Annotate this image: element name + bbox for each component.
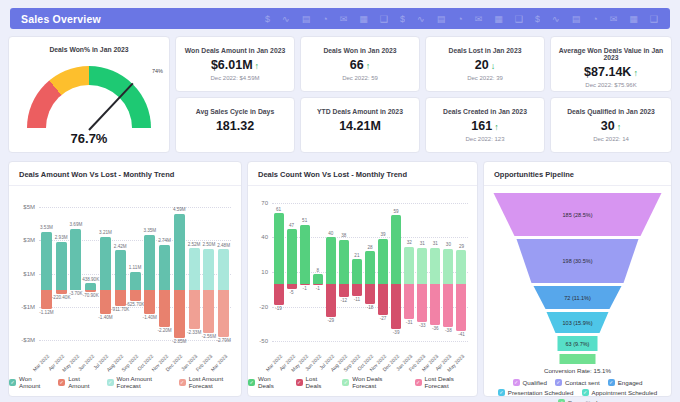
lost-bar[interactable] [144, 290, 155, 313]
kpi-card[interactable]: Deals Lost in Jan 202320↓Dec 2022: 39 [425, 36, 545, 92]
lost-bar[interactable] [159, 290, 170, 327]
trend-up-icon: ↑ [494, 122, 499, 132]
y-tick-label: $3M [12, 237, 35, 243]
funnel-stage-label: 198 (30.5%) [493, 239, 663, 283]
legend-label: Appointment Scheduled [592, 389, 658, 396]
funnel-stage[interactable]: 185 (28.5%) [493, 193, 663, 236]
lost-bar[interactable] [130, 290, 141, 300]
kpi-card[interactable]: Deals Created in Jan 2023161↑Dec 2022: 1… [425, 97, 545, 153]
lost-bar[interactable] [203, 290, 214, 333]
lost-bar[interactable] [85, 290, 96, 291]
funnel-stage[interactable]: 198 (30.5%) [493, 239, 663, 283]
bar-value-label: -1.40M [90, 315, 120, 320]
lost-bar[interactable] [189, 290, 200, 329]
won-bar[interactable] [300, 225, 310, 284]
won-bar[interactable] [56, 242, 67, 291]
kpi-value: 161↑ [426, 119, 544, 133]
kpi-card[interactable]: Deals Qualified in Jan 202330↑Dec 2022: … [550, 97, 672, 153]
won-bar[interactable] [404, 247, 414, 284]
bar-chart-icon: ▦ [629, 14, 638, 24]
legend-swatch-icon: ✓ [555, 379, 562, 386]
bar-value-label: 3.21M [90, 230, 120, 235]
legend-label: Contact sent [565, 379, 600, 386]
won-bar[interactable] [85, 283, 96, 290]
won-bar[interactable] [456, 250, 466, 283]
chat-icon: ❑ [380, 14, 388, 24]
bar-value-label: 38 [329, 233, 359, 238]
won-bar[interactable] [391, 215, 401, 283]
legend-item[interactable]: ✓Appointment Scheduled [582, 389, 658, 396]
deals-count-plot: 704010-20-506147518403821283959-19-5-1-1… [272, 197, 468, 347]
funnel-stage[interactable] [493, 354, 663, 364]
bar-value-label: -5 [277, 290, 307, 295]
won-bar[interactable] [130, 272, 141, 291]
kpi-previous-value: Dec 2022: 123 [426, 136, 544, 142]
bar-value-label: 51 [290, 218, 320, 223]
won-bar[interactable] [339, 240, 349, 284]
won-bar[interactable] [352, 259, 362, 283]
bar-chart-icon: ▦ [494, 14, 503, 24]
chart-title: Deals Amount Won Vs Lost - Monthly Trend [9, 162, 241, 186]
lost-bar[interactable] [378, 284, 388, 315]
legend-item[interactable]: ✓Qualified [513, 379, 547, 386]
legend-swatch-icon: ✓ [513, 379, 520, 386]
lost-bar[interactable] [404, 284, 414, 320]
funnel-stage[interactable]: 72 (11.1%) [493, 286, 663, 309]
won-bar[interactable] [174, 214, 185, 291]
gridline [272, 341, 468, 342]
lost-bar[interactable] [218, 290, 229, 337]
clock-icon: ◔ [457, 14, 462, 24]
lost-bar[interactable] [339, 284, 349, 298]
bar-value-label: 61 [264, 207, 294, 212]
bar-value-label: 3.35M [135, 228, 165, 233]
won-bar[interactable] [159, 245, 170, 291]
bar-value-label: -2.85M [164, 339, 194, 344]
chat-icon: ❑ [650, 14, 658, 24]
lost-bar[interactable] [300, 284, 310, 285]
legend-item[interactable]: ✓Engaged [608, 379, 643, 386]
kpi-card[interactable]: Deals Won in Jan 202366↑Dec 2022: 59 [300, 36, 420, 92]
lost-bar[interactable] [313, 284, 323, 285]
x-axis-labels: Mar 2022Apr 2022May 2022Jun 2022Jul 2022… [39, 349, 231, 374]
kpi-value: 66↑ [301, 58, 419, 72]
won-bar[interactable] [365, 251, 375, 283]
lost-bar[interactable] [417, 284, 427, 322]
lost-bar[interactable] [352, 284, 362, 297]
lost-bar[interactable] [430, 284, 440, 326]
won-bar[interactable] [430, 248, 440, 284]
won-bar[interactable] [378, 239, 388, 284]
lost-bar[interactable] [456, 284, 466, 331]
won-bar[interactable] [287, 229, 297, 283]
opportunities-pipeline-card: Opportunities Pipeline 185 (28.5%)198 (3… [483, 161, 672, 397]
kpi-card[interactable]: Avg Sales Cycle in Days181.32 [175, 97, 295, 153]
legend-item[interactable]: ✓Contact sent [555, 379, 600, 386]
document-icon: ▤ [572, 14, 581, 24]
won-bar[interactable] [313, 274, 323, 283]
kpi-card[interactable]: Won Deals Amount in Jan 2023$6.01M↑Dec 2… [175, 36, 295, 92]
legend-label: Qualified [523, 379, 547, 386]
lost-bar[interactable] [365, 284, 375, 305]
won-bar[interactable] [417, 248, 427, 284]
won-bar[interactable] [203, 249, 214, 291]
won-bar[interactable] [326, 237, 336, 283]
deals-won-pct-gauge-card[interactable]: Deals Won% in Jan 2023 74% 76.7% [8, 36, 170, 153]
kpi-card[interactable]: Average Won Deals Value in Jan 2023$87.1… [550, 36, 672, 92]
dollar-icon: $ [265, 14, 270, 24]
trend-down-icon: ↓ [491, 61, 496, 71]
kpi-card[interactable]: YTD Deals Amount in 202314.21M [300, 97, 420, 153]
lost-bar[interactable] [443, 284, 453, 328]
won-bar[interactable] [443, 249, 453, 284]
mail-icon: ✉ [475, 14, 483, 24]
won-bar[interactable] [189, 248, 200, 290]
won-bar[interactable] [218, 249, 229, 290]
kpi-value: 181.32 [176, 119, 294, 133]
won-bar[interactable] [41, 232, 52, 291]
gauge-arc [27, 66, 151, 128]
mail-icon: ✉ [340, 14, 348, 24]
legend-item[interactable]: ✓Presentation Scheduled [498, 389, 574, 396]
y-tick-label: 10 [245, 269, 268, 275]
funnel-stage-label: 103 (15.9%) [493, 312, 663, 333]
kpi-title: Avg Sales Cycle in Days [176, 108, 294, 115]
funnel-stage[interactable]: 103 (15.9%) [493, 312, 663, 333]
funnel-stage[interactable]: 63 (9.7%) [493, 336, 663, 351]
